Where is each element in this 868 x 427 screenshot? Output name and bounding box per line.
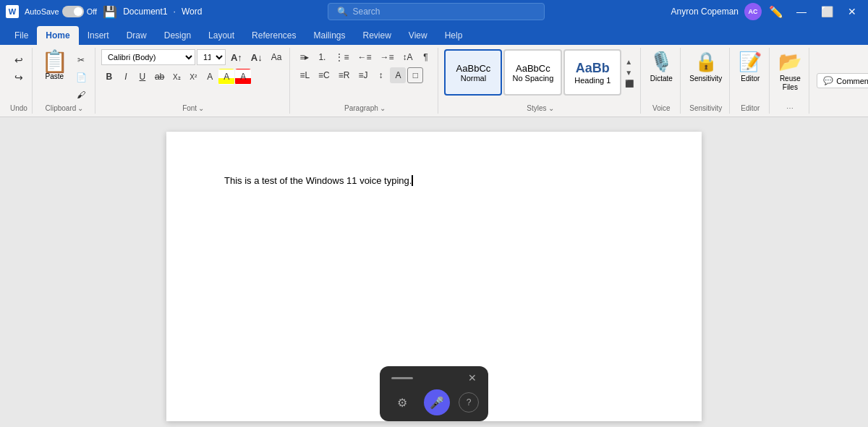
reuse-group-content: 📂 ReuseFiles bbox=[775, 49, 804, 103]
align-right-button[interactable]: ≡R bbox=[335, 67, 354, 83]
subscript-button[interactable]: X₂ bbox=[169, 69, 184, 85]
decrease-indent-button[interactable]: ←≡ bbox=[354, 49, 375, 65]
font-size-select[interactable]: 11 bbox=[197, 49, 226, 65]
title-bar-left: W AutoSave Off 💾 Document1 · Word bbox=[6, 5, 202, 19]
word-app-icon: W bbox=[6, 5, 19, 18]
autosave-state: Off bbox=[87, 7, 97, 16]
align-center-button[interactable]: ≡C bbox=[315, 67, 333, 83]
editor-button[interactable]: 📝 Editor bbox=[736, 49, 765, 84]
autosave-toggle[interactable] bbox=[62, 6, 84, 17]
reuse-files-button[interactable]: 📂 ReuseFiles bbox=[775, 49, 804, 93]
styles-group-content: AaBbCc Normal AaBbCc No Spacing AaBb Hea… bbox=[444, 49, 636, 103]
font-group: Calibri (Body) 11 A↑ A↓ Aa B I U ab X₂ X… bbox=[97, 48, 290, 114]
voice-mic-button[interactable]: 🎤 bbox=[424, 389, 450, 415]
tab-home[interactable]: Home bbox=[37, 26, 78, 45]
tab-draw[interactable]: Draw bbox=[118, 26, 156, 45]
superscript-button[interactable]: X² bbox=[185, 69, 201, 85]
doc-name: Document1 bbox=[123, 7, 167, 17]
redo-button[interactable]: ↪ bbox=[11, 69, 27, 85]
tab-mailings[interactable]: Mailings bbox=[305, 26, 354, 45]
bullets-button[interactable]: ≡▸ bbox=[296, 49, 312, 65]
font-name-select[interactable]: Calibri (Body) bbox=[101, 49, 195, 65]
undo-button[interactable]: ↩ bbox=[11, 52, 27, 68]
increase-font-button[interactable]: A↑ bbox=[227, 49, 246, 65]
styles-group-label: Styles ⌄ bbox=[527, 103, 553, 112]
voice-help-button[interactable]: ? bbox=[459, 392, 479, 413]
voice-close-button[interactable]: ✕ bbox=[468, 372, 477, 384]
voice-settings-button[interactable]: ⚙ bbox=[389, 389, 415, 415]
paragraph-expand-icon[interactable]: ⌄ bbox=[380, 104, 386, 112]
style-heading1-label: Heading 1 bbox=[572, 76, 613, 85]
voice-widget: ✕ ⚙ 🎤 ? bbox=[380, 366, 488, 421]
bold-button[interactable]: B bbox=[101, 69, 117, 85]
clipboard-expand-icon[interactable]: ⌄ bbox=[77, 104, 83, 112]
editor-group: 📝 Editor Editor bbox=[731, 48, 770, 114]
font-group-content: Calibri (Body) 11 A↑ A↓ Aa B I U ab X₂ X… bbox=[101, 49, 285, 103]
maximize-button[interactable]: ⬜ bbox=[815, 3, 839, 20]
voice-drag-handle[interactable] bbox=[391, 377, 413, 379]
text-effects-button[interactable]: A bbox=[202, 69, 218, 85]
font-name-row: Calibri (Body) 11 A↑ A↓ Aa bbox=[101, 49, 285, 65]
line-spacing-button[interactable]: ↕ bbox=[373, 67, 388, 83]
shading-button[interactable]: A bbox=[390, 67, 406, 83]
styles-scroll-down[interactable]: ▼ bbox=[623, 68, 636, 77]
tab-references[interactable]: References bbox=[243, 26, 305, 45]
sensitivity-group-content: 🔒 Sensitivity bbox=[686, 49, 725, 103]
page-content[interactable]: This is a test of the Windows 11 voice t… bbox=[224, 175, 644, 186]
justify-button[interactable]: ≡J bbox=[354, 67, 371, 83]
font-color-button[interactable]: A bbox=[235, 69, 251, 85]
style-heading-text: AaBb bbox=[572, 61, 613, 76]
sort-button[interactable]: ↕A bbox=[399, 49, 416, 65]
sensitivity-group-label: Sensitivity bbox=[689, 103, 722, 112]
increase-indent-button[interactable]: →≡ bbox=[376, 49, 397, 65]
pen-icon: ✏️ bbox=[769, 5, 783, 19]
tab-help[interactable]: Help bbox=[436, 26, 472, 45]
styles-expand-icon[interactable]: ⌄ bbox=[548, 104, 554, 112]
align-left-button[interactable]: ≡L bbox=[296, 67, 313, 83]
highlight-color-button[interactable]: A bbox=[218, 69, 234, 85]
dictate-button[interactable]: 🎙️ Dictate bbox=[647, 49, 676, 84]
tab-review[interactable]: Review bbox=[354, 26, 400, 45]
paste-button[interactable]: 📋 Paste bbox=[38, 49, 71, 103]
editor-group-label: Editor bbox=[741, 103, 760, 112]
strikethrough-button[interactable]: ab bbox=[151, 69, 168, 85]
minimize-button[interactable]: — bbox=[791, 3, 812, 20]
styles-scroll: ▲ ▼ ⬛ bbox=[623, 57, 636, 88]
font-format-row: B I U ab X₂ X² A A A bbox=[101, 69, 251, 85]
tab-insert[interactable]: Insert bbox=[79, 26, 118, 45]
multilevel-list-button[interactable]: ⋮≡ bbox=[331, 49, 352, 65]
tab-layout[interactable]: Layout bbox=[200, 26, 243, 45]
comments-button[interactable]: 💬 Comments bbox=[817, 73, 868, 88]
undo-group-label: Undo bbox=[10, 103, 27, 112]
sensitivity-button[interactable]: 🔒 Sensitivity bbox=[686, 49, 725, 84]
tab-view[interactable]: View bbox=[400, 26, 436, 45]
cut-button[interactable]: ✂ bbox=[72, 52, 90, 68]
tab-file[interactable]: File bbox=[6, 26, 37, 45]
voice-group: 🎙️ Dictate Voice bbox=[642, 48, 681, 114]
italic-button[interactable]: I bbox=[118, 69, 134, 85]
document-area[interactable]: This is a test of the Windows 11 voice t… bbox=[0, 117, 868, 427]
clipboard-group-label: Clipboard ⌄ bbox=[46, 103, 84, 112]
numbering-button[interactable]: 1. bbox=[314, 49, 330, 65]
search-box[interactable]: 🔍 Search bbox=[328, 3, 545, 20]
style-heading1[interactable]: AaBb Heading 1 bbox=[563, 49, 621, 96]
styles-expand[interactable]: ⬛ bbox=[623, 79, 636, 88]
style-no-spacing[interactable]: AaBbCc No Spacing bbox=[503, 49, 562, 96]
style-normal[interactable]: AaBbCc Normal bbox=[444, 49, 502, 96]
font-expand-icon[interactable]: ⌄ bbox=[198, 104, 204, 112]
borders-button[interactable]: □ bbox=[407, 67, 423, 83]
format-painter-button[interactable]: 🖌 bbox=[72, 87, 90, 103]
close-button[interactable]: ✕ bbox=[842, 3, 862, 20]
decrease-font-button[interactable]: A↓ bbox=[247, 49, 266, 65]
underline-button[interactable]: U bbox=[135, 69, 150, 85]
document-text: This is a test of the Windows 11 voice t… bbox=[224, 175, 412, 186]
styles-scroll-up[interactable]: ▲ bbox=[623, 57, 636, 67]
copy-button[interactable]: 📄 bbox=[72, 69, 90, 85]
autosave-area: AutoSave Off bbox=[25, 6, 97, 17]
clear-format-button[interactable]: Aa bbox=[268, 49, 286, 65]
toggle-knob bbox=[74, 7, 82, 16]
save-icon[interactable]: 💾 bbox=[103, 5, 117, 19]
show-marks-button[interactable]: ¶ bbox=[417, 49, 433, 65]
tab-design[interactable]: Design bbox=[156, 26, 200, 45]
title-bar-right: Anyron Copeman AC ✏️ — ⬜ ✕ bbox=[671, 3, 862, 20]
